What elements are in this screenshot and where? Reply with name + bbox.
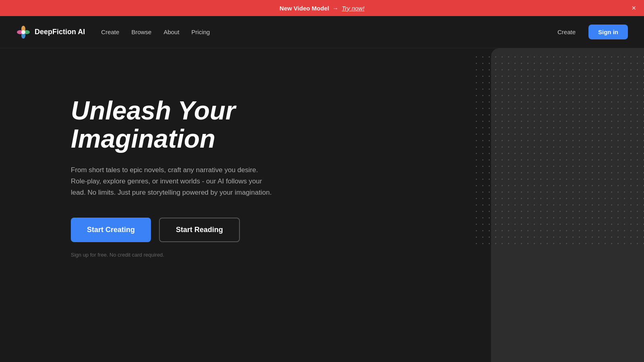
dot [476,108,477,109]
announcement-banner: New Video Model → Try now! × [0,0,644,16]
navbar: DeepFiction AI Create Browse About Prici… [0,16,644,48]
dot [476,121,477,122]
dot [482,217,483,218]
logo[interactable]: DeepFiction AI [16,25,85,39]
dot [482,179,483,180]
dot [476,153,477,154]
dot [476,76,477,77]
dot [476,63,477,64]
dot [476,230,477,231]
dot [489,237,490,238]
dot [489,108,490,109]
navbar-create-button[interactable]: Create [551,25,582,39]
dot [476,166,477,167]
nav-link-pricing[interactable]: Pricing [192,29,210,35]
hero-section: Unleash Your Imagination From short tale… [0,48,644,362]
logo-icon [16,25,31,39]
right-panel [491,48,644,362]
dot [489,69,490,70]
start-creating-button[interactable]: Start Creating [71,218,151,242]
dot [482,243,483,244]
dot [489,243,490,244]
dot [476,243,477,244]
dot [476,69,477,70]
dot [476,88,477,90]
dot [489,95,490,96]
dot [476,237,477,238]
dot [489,159,490,160]
dot [489,146,490,148]
dot [489,88,490,90]
dot [489,82,490,83]
dot [476,101,477,103]
nav-item-create[interactable]: Create [101,29,119,36]
nav-item-browse[interactable]: Browse [131,29,151,36]
dot [482,88,483,90]
dot [489,101,490,103]
dot [482,198,483,199]
dot [482,76,483,77]
dot [476,204,477,206]
dot [482,237,483,238]
dot [489,56,490,58]
nav-link-create[interactable]: Create [101,29,119,35]
dot [476,217,477,218]
dot [476,224,477,225]
dot [476,191,477,193]
svg-point-5 [21,30,25,34]
hero-content: Unleash Your Imagination From short tale… [0,48,282,258]
banner-arrow: → [332,5,339,12]
hero-buttons: Start Creating Start Reading [71,218,282,242]
nav-item-pricing[interactable]: Pricing [192,29,210,36]
dot [476,172,477,173]
dot [489,211,490,212]
banner-close-button[interactable]: × [632,4,636,12]
dot [482,108,483,109]
dot [482,56,483,58]
dot [476,159,477,160]
dot [476,146,477,148]
dot [482,140,483,141]
dot [482,127,483,128]
dot [489,63,490,64]
dot [482,82,483,83]
dot [482,172,483,173]
dot [476,140,477,141]
dot [482,146,483,148]
dot [489,179,490,180]
banner-text: New Video Model → Try now! [280,5,365,12]
dot [476,211,477,212]
banner-cta[interactable]: Try now! [342,5,364,12]
dot [489,140,490,141]
nav-item-about[interactable]: About [163,29,179,36]
dot [489,121,490,122]
dot [476,179,477,180]
dot [489,76,490,77]
dot [489,185,490,186]
dot [482,224,483,225]
dot [489,198,490,199]
dot [482,114,483,115]
nav-link-browse[interactable]: Browse [131,29,151,35]
dot [482,211,483,212]
dot [489,191,490,193]
dot [482,204,483,206]
dot [489,166,490,167]
navbar-signin-button[interactable]: Sign in [588,25,628,39]
dot [482,191,483,193]
dot [489,172,490,173]
dot [489,204,490,206]
dot [482,63,483,64]
dot [489,230,490,231]
navbar-right: Create Sign in [551,25,628,39]
nav-link-about[interactable]: About [163,29,179,35]
dot [482,230,483,231]
start-reading-button[interactable]: Start Reading [159,218,240,242]
dot [476,56,477,58]
nav-links: Create Browse About Pricing [101,29,210,36]
dot [482,134,483,135]
dot [482,153,483,154]
dot [476,198,477,199]
hero-title: Unleash Your Imagination [71,97,282,153]
logo-text: DeepFiction AI [35,28,85,36]
